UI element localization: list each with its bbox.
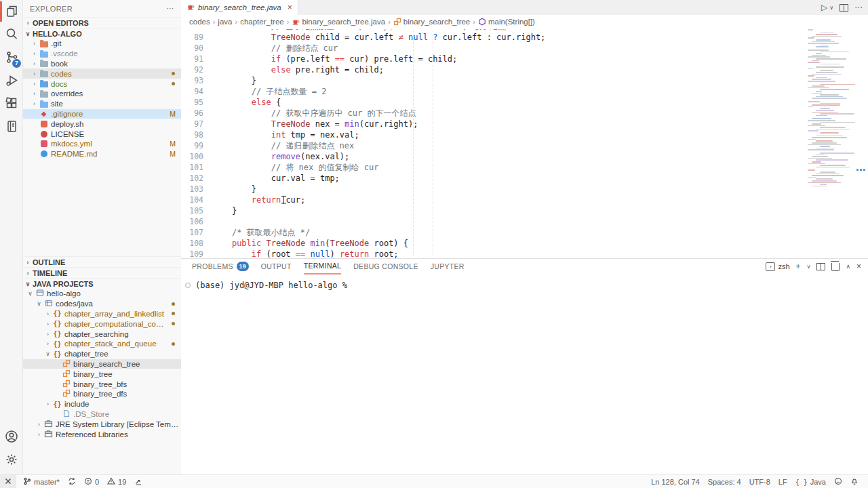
tree-item-deploy-sh[interactable]: deploy.sh bbox=[23, 119, 181, 129]
tree-item-chapter-searching[interactable]: ›{}chapter_searching bbox=[23, 329, 181, 339]
activity-item-notebook[interactable] bbox=[0, 115, 22, 138]
tree-item-codes-java[interactable]: ∨codes/java bbox=[23, 299, 181, 309]
code-line-90[interactable]: 90 // 删除结点 cur bbox=[181, 43, 868, 54]
tree-item-git[interactable]: ›.git bbox=[23, 39, 181, 49]
status-remote[interactable] bbox=[0, 475, 16, 488]
status-notifications[interactable] bbox=[846, 475, 863, 488]
code-area[interactable]: 88 // 当子结点数量 = 0 / 1 时， child = null / 该… bbox=[181, 29, 868, 258]
tree-item-book[interactable]: ›book bbox=[23, 59, 181, 69]
tree-item-license[interactable]: LICENSE bbox=[23, 129, 181, 139]
code-line-106[interactable]: 106 bbox=[181, 216, 868, 227]
tree-item-docs[interactable]: ›docs bbox=[23, 79, 181, 89]
tree-item-chapter-tree[interactable]: ∨{}chapter_tree bbox=[23, 349, 181, 359]
code-line-93[interactable]: 93 } bbox=[181, 75, 868, 86]
panel-tab-debug-console[interactable]: DEBUG CONSOLE bbox=[353, 259, 418, 274]
code-line-102[interactable]: 102 cur.val = tmp; bbox=[181, 173, 868, 184]
breadcrumb-item-codes[interactable]: codes bbox=[189, 18, 210, 26]
breadcrumb-item-java[interactable]: java bbox=[218, 18, 232, 26]
tree-item-vscode[interactable]: ›.vscode bbox=[23, 49, 181, 59]
tree-item-overrides[interactable]: ›overrides bbox=[23, 89, 181, 99]
shell-selector[interactable]: › zsh bbox=[766, 262, 789, 271]
code-line-107[interactable]: 107 /* 获取最小结点 */ bbox=[181, 227, 868, 238]
maximize-panel-icon[interactable]: ∧ bbox=[846, 263, 850, 270]
panel-tab-jupyter[interactable]: JUPYTER bbox=[431, 259, 465, 274]
status-problems-warnings[interactable]: 19 bbox=[103, 475, 130, 488]
tab-binary-search-tree-java[interactable]: binary_search_tree.java × bbox=[181, 0, 298, 15]
code-line-101[interactable]: 101 // 将 nex 的值复制给 cur bbox=[181, 162, 868, 173]
more-actions-icon[interactable]: ⋯ bbox=[854, 3, 863, 12]
code-line-96[interactable]: 96 // 获取中序遍历中 cur 的下一个结点 bbox=[181, 108, 868, 119]
tree-item-binary-search-tree[interactable]: binary_search_tree bbox=[23, 359, 181, 369]
activity-item-settings[interactable] bbox=[0, 449, 22, 472]
breadcrumb-item-main-string[interactable]: main(String[]) bbox=[478, 18, 535, 26]
code-line-109[interactable]: 109 if (root == null) return root; bbox=[181, 249, 868, 258]
tree-item-binary-tree[interactable]: binary_tree bbox=[23, 369, 181, 379]
activity-item-search[interactable] bbox=[0, 23, 22, 46]
new-terminal-icon[interactable]: + bbox=[796, 262, 801, 271]
code-line-100[interactable]: 100 remove(nex.val); bbox=[181, 151, 868, 162]
tree-item-chapter-array-and-linkedlist[interactable]: ›{}chapter_array_and_linkedlist bbox=[23, 309, 181, 319]
tree-item-binary-tree-bfs[interactable]: binary_tree_bfs bbox=[23, 379, 181, 389]
code-line-105[interactable]: 105 } bbox=[181, 205, 868, 216]
activity-item-run-debug[interactable] bbox=[0, 69, 22, 92]
status-problems-errors[interactable]: 0 bbox=[80, 475, 103, 488]
run-button[interactable]: ▷ bbox=[821, 3, 827, 12]
status-launch[interactable] bbox=[130, 475, 146, 488]
tree-item-referenced-libraries[interactable]: ›Referenced Libraries bbox=[23, 429, 181, 439]
code-line-98[interactable]: 98 int tmp = nex.val; bbox=[181, 129, 868, 140]
tree-item-jre-system-library-eclipse-temurin-17-17[interactable]: ›JRE System Library [Eclipse Temurin 17 … bbox=[23, 419, 181, 429]
views-actions-icon[interactable]: ⋯ bbox=[167, 4, 174, 13]
status-encoding[interactable]: UTF-8 bbox=[745, 475, 774, 488]
activity-item-source-control[interactable]: 7 bbox=[0, 46, 22, 69]
section-open-editors[interactable]: › OPEN EDITORS bbox=[23, 17, 181, 28]
tree-item-gitignore[interactable]: ◆.gitignoreM bbox=[23, 109, 181, 119]
split-terminal-icon[interactable] bbox=[816, 263, 825, 270]
close-icon[interactable]: × bbox=[288, 3, 292, 12]
minimap[interactable] bbox=[806, 29, 855, 186]
section-timeline[interactable]: › TIMELINE bbox=[23, 267, 181, 278]
status-feedback[interactable] bbox=[830, 475, 846, 488]
status-branch[interactable]: master* bbox=[19, 475, 64, 488]
status-sync[interactable] bbox=[64, 475, 80, 488]
tree-item-chapter-stack-and-queue[interactable]: ›{}chapter_stack_and_queue bbox=[23, 339, 181, 349]
status-eol[interactable]: LF bbox=[774, 475, 791, 488]
run-dropdown-icon[interactable]: ∨ bbox=[829, 5, 833, 11]
tree-item-readme-md[interactable]: README.mdM bbox=[23, 149, 181, 159]
close-panel-icon[interactable]: × bbox=[856, 262, 861, 271]
code-line-103[interactable]: 103 } bbox=[181, 184, 868, 195]
status-cursor-position[interactable]: Ln 128, Col 74 bbox=[647, 475, 704, 488]
tree-item-site[interactable]: ›site bbox=[23, 99, 181, 109]
activity-item-extensions[interactable] bbox=[0, 92, 22, 115]
code-line-91[interactable]: 91 if (pre.left == cur) pre.left = child… bbox=[181, 54, 868, 64]
code-line-108[interactable]: 108 public TreeNode min(TreeNode root) { bbox=[181, 238, 868, 249]
tree-item-codes[interactable]: ›codes bbox=[23, 68, 181, 79]
code-line-94[interactable]: 94 // 子结点数量 = 2 bbox=[181, 86, 868, 97]
breadcrumb-item-binary-search-tree[interactable]: binary_search_tree bbox=[393, 18, 470, 26]
breadcrumb-item-chapter-tree[interactable]: chapter_tree bbox=[240, 18, 284, 26]
code-line-97[interactable]: 97 TreeNode nex = min(cur.right); bbox=[181, 119, 868, 129]
breadcrumb-item-binary-search-tree-java[interactable]: binary_search_tree.java bbox=[292, 18, 385, 26]
activity-item-explorer[interactable] bbox=[0, 0, 22, 23]
kill-terminal-icon[interactable] bbox=[831, 263, 840, 271]
tree-item-include[interactable]: ›{}include bbox=[23, 399, 181, 409]
tree-item-hello-algo[interactable]: ∨hello-algo bbox=[23, 289, 181, 299]
panel-tab-terminal[interactable]: TERMINAL bbox=[304, 258, 342, 274]
section-java-projects[interactable]: ∨ JAVA PROJECTS bbox=[23, 278, 181, 289]
code-line-99[interactable]: 99 // 递归删除结点 nex bbox=[181, 140, 868, 151]
section-outline[interactable]: › OUTLINE bbox=[23, 256, 181, 267]
tree-item-ds-store[interactable]: .DS_Store bbox=[23, 409, 181, 420]
tree-item-binary-tree-dfs[interactable]: binary_tree_dfs bbox=[23, 389, 181, 399]
panel-tab-output[interactable]: OUTPUT bbox=[261, 259, 292, 274]
code-line-95[interactable]: 95 else { bbox=[181, 97, 868, 108]
status-indentation[interactable]: Spaces: 4 bbox=[704, 475, 745, 488]
terminal-dropdown-icon[interactable]: ∨ bbox=[807, 264, 811, 270]
code-line-89[interactable]: 89 TreeNode child = cur.left ≠ null ? cu… bbox=[181, 32, 868, 43]
panel-tab-problems[interactable]: PROBLEMS19 bbox=[192, 259, 249, 274]
status-language-mode[interactable]: { }Java bbox=[791, 475, 830, 488]
code-line-92[interactable]: 92 else pre.right = child; bbox=[181, 64, 868, 75]
terminal-content[interactable]: (base) jyd@JYD-MBP hello-algo % bbox=[185, 281, 868, 290]
section-root-folder[interactable]: ∨ HELLO-ALGO bbox=[23, 28, 181, 39]
tree-item-chapter-computational-complexity[interactable]: ›{}chapter_computational_complexity bbox=[23, 319, 181, 329]
activity-item-account[interactable] bbox=[0, 426, 22, 449]
split-editor-icon[interactable] bbox=[840, 4, 848, 12]
